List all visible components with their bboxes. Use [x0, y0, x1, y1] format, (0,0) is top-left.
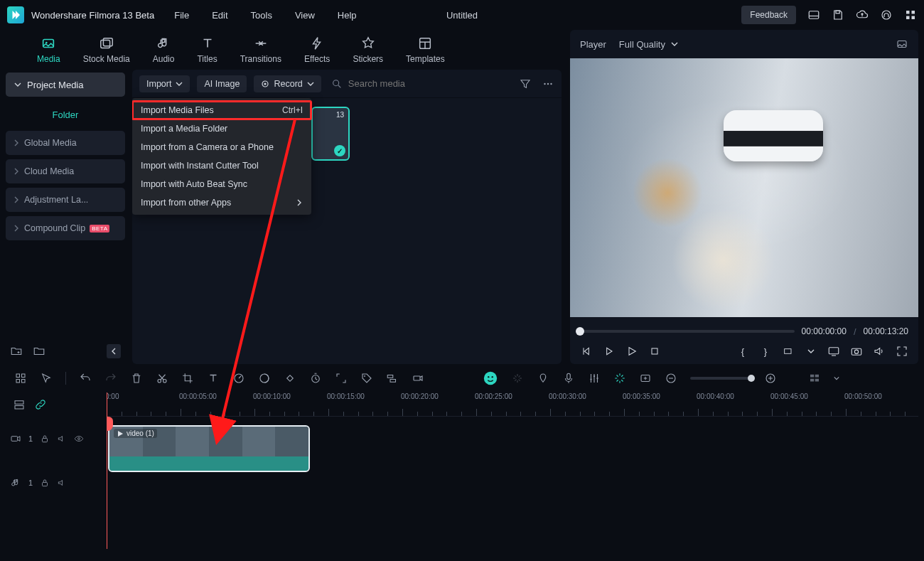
- timeline-tracks[interactable]: 0:0000:00:05:0000:00:10:0000:00:15:0000:…: [107, 392, 918, 549]
- play-pause-button[interactable]: [603, 345, 616, 358]
- ai-image-button[interactable]: AI Image: [197, 75, 247, 92]
- support-icon[interactable]: [880, 9, 893, 21]
- fullscreen-icon[interactable]: [896, 345, 908, 358]
- sample-clip-thumb[interactable]: 13 ✓: [311, 107, 350, 161]
- timeline-clip[interactable]: video (1): [108, 425, 310, 472]
- dd-import-camera-phone[interactable]: Import from a Camera or a Phone: [132, 138, 311, 156]
- delete-icon[interactable]: [130, 372, 143, 385]
- chevron-down-icon[interactable]: [805, 345, 817, 358]
- prev-frame-button[interactable]: [580, 345, 593, 358]
- mute-icon[interactable]: [57, 434, 67, 444]
- track-headers: 1 1: [6, 392, 107, 549]
- camera-icon[interactable]: [850, 345, 863, 358]
- dd-import-instant-cutter[interactable]: Import with Instant Cutter Tool: [132, 156, 311, 175]
- quality-dropdown[interactable]: Full Quality: [619, 39, 678, 50]
- project-media-button[interactable]: Project Media: [6, 73, 125, 97]
- track-icon[interactable]: [386, 372, 399, 385]
- search-input[interactable]: [348, 78, 462, 89]
- menu-tools[interactable]: Tools: [251, 10, 272, 21]
- color-match-icon[interactable]: [613, 372, 626, 385]
- menu-view[interactable]: View: [295, 10, 315, 21]
- color-icon[interactable]: [258, 372, 271, 385]
- more-icon[interactable]: [542, 78, 554, 90]
- record-button[interactable]: Record: [254, 75, 321, 92]
- view-grid-icon[interactable]: [808, 372, 821, 385]
- folder-icon[interactable]: [33, 345, 45, 358]
- dd-import-auto-beat-sync[interactable]: Import with Auto Beat Sync: [132, 175, 311, 193]
- tab-templates[interactable]: Templates: [406, 36, 445, 64]
- tab-stock-media[interactable]: Stock Media: [83, 36, 130, 64]
- text-icon[interactable]: [207, 372, 220, 385]
- tab-media[interactable]: Media: [37, 36, 60, 64]
- folder-row[interactable]: Folder: [6, 102, 125, 127]
- sidebar-cloud-media[interactable]: Cloud Media: [6, 159, 125, 183]
- split-icon[interactable]: [156, 372, 168, 385]
- chevron-down-icon[interactable]: [834, 375, 839, 381]
- dd-import-other-apps[interactable]: Import from other Apps: [132, 193, 311, 212]
- mic-icon[interactable]: [562, 372, 575, 385]
- keyframe-icon[interactable]: [284, 372, 296, 385]
- mixer-icon[interactable]: [588, 372, 601, 385]
- dd-import-media-folder[interactable]: Import a Media Folder: [132, 119, 311, 138]
- display-device-icon[interactable]: [827, 345, 840, 358]
- layout-icon[interactable]: [807, 9, 820, 21]
- tab-titles[interactable]: Titles: [197, 36, 217, 64]
- tab-audio[interactable]: Audio: [153, 36, 175, 64]
- add-track-icon[interactable]: [639, 372, 652, 385]
- marker-icon[interactable]: [537, 372, 549, 385]
- sparkle-icon[interactable]: [511, 372, 524, 385]
- timeline-ruler[interactable]: 0:0000:00:05:0000:00:10:0000:00:15:0000:…: [107, 392, 918, 417]
- menu-help[interactable]: Help: [338, 10, 357, 21]
- new-folder-icon[interactable]: [10, 345, 23, 358]
- tag-icon[interactable]: [360, 372, 373, 385]
- cursor-icon[interactable]: [40, 372, 53, 385]
- ai-avatar-icon[interactable]: [483, 370, 498, 386]
- dd-import-media-files[interactable]: Import Media FilesCtrl+I: [132, 101, 311, 119]
- sidebar-adjustment-layer[interactable]: Adjustment La...: [6, 188, 125, 212]
- ratio-dropdown[interactable]: [782, 345, 795, 358]
- cloud-upload-icon[interactable]: [856, 9, 869, 21]
- apps-icon[interactable]: [904, 9, 917, 21]
- eye-icon[interactable]: [74, 434, 84, 444]
- tab-effects[interactable]: Effects: [304, 36, 330, 64]
- sidebar-collapse-button[interactable]: [107, 344, 121, 358]
- lock-icon[interactable]: [40, 478, 50, 488]
- grid-icon[interactable]: [14, 372, 27, 385]
- mark-out-button[interactable]: }: [759, 345, 772, 358]
- tab-stickers[interactable]: Stickers: [353, 36, 383, 64]
- speed-icon[interactable]: [232, 372, 245, 385]
- timeline-layout-icon[interactable]: [13, 398, 26, 411]
- filter-icon[interactable]: [519, 78, 532, 90]
- mark-in-button[interactable]: {: [736, 345, 749, 358]
- expand-icon[interactable]: [335, 372, 348, 385]
- zoom-out-icon[interactable]: [665, 372, 677, 385]
- redo-icon[interactable]: [104, 372, 117, 385]
- import-button[interactable]: Import: [139, 75, 190, 92]
- mute-icon[interactable]: [57, 478, 67, 488]
- zoom-in-icon[interactable]: [764, 372, 777, 385]
- seekbar-handle[interactable]: [576, 327, 584, 336]
- lock-icon[interactable]: [40, 434, 50, 444]
- crop-icon[interactable]: [181, 372, 194, 385]
- sidebar-compound-clip[interactable]: Compound ClipBETA: [6, 216, 125, 240]
- tab-transitions[interactable]: Transitions: [240, 36, 281, 64]
- stop-button[interactable]: [648, 345, 661, 358]
- save-icon[interactable]: [832, 9, 844, 21]
- volume-icon[interactable]: [873, 345, 886, 358]
- link-icon[interactable]: [34, 398, 47, 411]
- playback-seekbar[interactable]: [580, 330, 795, 333]
- zoom-slider[interactable]: [690, 377, 751, 380]
- render-icon[interactable]: [412, 372, 424, 385]
- media-toolbar: Import AI Image Record: [132, 70, 562, 98]
- playhead[interactable]: [107, 392, 107, 549]
- undo-icon[interactable]: [79, 372, 92, 385]
- sidebar-global-media[interactable]: Global Media: [6, 131, 125, 155]
- snapshot-icon[interactable]: [896, 38, 908, 50]
- preview-video[interactable]: [570, 58, 918, 317]
- menu-edit[interactable]: Edit: [212, 10, 227, 21]
- menu-file[interactable]: File: [174, 10, 189, 21]
- play-button[interactable]: [625, 345, 638, 358]
- zoom-slider-handle[interactable]: [748, 375, 755, 382]
- clock-icon[interactable]: [309, 372, 322, 385]
- feedback-button[interactable]: Feedback: [741, 6, 796, 24]
